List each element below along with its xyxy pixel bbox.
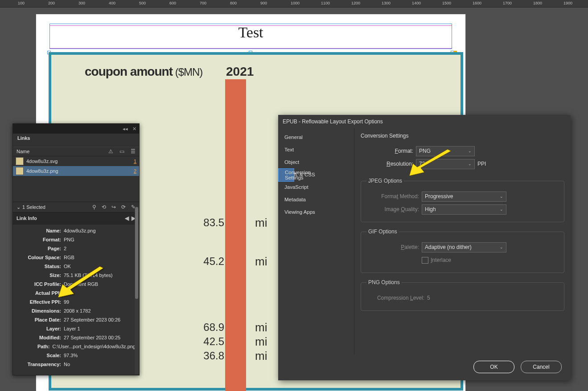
link-page-number[interactable]: 2 xyxy=(134,168,136,174)
relink-icon[interactable]: ⟲ xyxy=(102,204,106,210)
info-key: Colour Space: xyxy=(13,255,64,260)
ruler-mark: 1900 xyxy=(563,1,572,5)
link-name: 4dow8u3z.png xyxy=(26,168,58,174)
chart-label: mi xyxy=(255,321,267,334)
info-value: 2 xyxy=(64,246,66,251)
link-name: 4dow8u3z.svg xyxy=(26,159,58,164)
info-value: 4dow8u3z.png xyxy=(64,228,96,233)
ruler-mark: 1100 xyxy=(321,1,330,5)
format-label: FFormat:ormat: xyxy=(361,148,416,154)
link-page-number[interactable]: 1 xyxy=(134,159,136,164)
info-key: Path: xyxy=(13,344,52,349)
ruler-mark: 100 xyxy=(18,1,25,5)
info-value: 27 September 2023 00:26 xyxy=(64,317,120,322)
sidebar-item-conversion-settings[interactable]: Conversion Settings xyxy=(278,168,294,182)
collapse-icon[interactable]: ◂◂ xyxy=(123,126,128,132)
chevron-down-icon: ⌄ xyxy=(500,245,503,249)
resolution-label: Resolution: xyxy=(361,161,416,167)
sidebar-item-viewing-apps[interactable]: Viewing Apps xyxy=(278,206,354,218)
ruler-mark: 300 xyxy=(78,1,85,5)
dialog-title[interactable]: EPUB - Reflowable Layout Export Options xyxy=(278,115,571,128)
info-key: Dimensions: xyxy=(13,308,64,314)
png-legend: PNG Options xyxy=(366,279,402,285)
chart-year: 2021 xyxy=(226,65,254,79)
svg-marker-0 xyxy=(58,266,103,297)
svg-marker-1 xyxy=(409,149,451,176)
ruler-mark: 900 xyxy=(260,1,267,5)
jpeg-options-group: JPEG Options Format Method: Progressive⌄… xyxy=(361,178,564,222)
content-heading: Conversion Settings xyxy=(361,133,564,139)
sidebar-item-text[interactable]: Text xyxy=(278,143,354,156)
info-key: Format: xyxy=(13,237,64,242)
goto-link-icon[interactable]: ↪ xyxy=(111,204,116,210)
panel-titlebar[interactable]: ◂◂ ✕ xyxy=(13,124,139,134)
info-key: Actual PPI: xyxy=(13,290,64,296)
ruler-mark: 1000 xyxy=(291,1,300,5)
ruler-mark: 1600 xyxy=(473,1,481,5)
expand-icon[interactable]: ⌄ xyxy=(16,204,21,210)
info-value: PNG xyxy=(64,237,74,242)
link-thumbnail xyxy=(16,157,24,165)
scrollbar-thumb[interactable] xyxy=(135,207,138,299)
compression-level-value: 5 xyxy=(427,295,430,301)
sidebar-item-metadata[interactable]: Metadata xyxy=(278,193,354,206)
annotation-arrow xyxy=(409,149,454,176)
sidebar-item-object[interactable]: Object xyxy=(278,156,354,168)
info-key: Name: xyxy=(13,228,64,233)
links-toolbar: ⌄1 Selected ⚲ ⟲ ↪ ⟳ ✎ xyxy=(13,202,139,212)
ruler-mark: 400 xyxy=(109,1,115,5)
info-value: 2008 x 1782 xyxy=(64,308,91,314)
ruler-mark: 500 xyxy=(139,1,146,5)
page-column-icon[interactable]: ▭ xyxy=(119,148,124,155)
warning-column-icon[interactable]: ⚠ xyxy=(108,148,113,155)
chart-title: coupon amount ($MN) xyxy=(85,65,202,79)
link-row[interactable]: 4dow8u3z.png 2 xyxy=(13,166,139,176)
palette-label: Palette: xyxy=(366,244,422,250)
resolution-unit: PPI xyxy=(477,161,486,167)
chart-label: mi xyxy=(255,255,267,269)
menu-icon[interactable]: ☰ xyxy=(131,148,136,155)
format-method-label: Format Method: xyxy=(366,193,422,200)
info-value: 97.3% xyxy=(64,353,78,358)
link-row[interactable]: 4dow8u3z.svg 1 xyxy=(13,156,139,166)
chevron-down-icon: ⌄ xyxy=(500,207,503,212)
panel-scrollbar[interactable] xyxy=(135,207,139,374)
ruler-mark: 800 xyxy=(230,1,237,5)
ok-button[interactable]: OK xyxy=(473,361,514,373)
ruler-mark: 1200 xyxy=(351,1,360,5)
interlace-checkbox[interactable] xyxy=(422,257,428,264)
image-quality-label: Image Quality: xyxy=(366,206,422,212)
chart-value: 83.5 xyxy=(203,216,224,229)
horizontal-ruler: 100 200 300 400 500 600 700 800 900 1000… xyxy=(0,0,588,8)
palette-value: Adaptive (no dither) xyxy=(425,244,472,250)
info-key: Status: xyxy=(13,264,64,269)
info-value: C:\User...port_indesign\4dow8u3z.png xyxy=(52,344,136,349)
link-info-header[interactable]: Link Info ◀ ▶ xyxy=(13,212,139,224)
cancel-button[interactable]: Cancel xyxy=(521,361,562,373)
format-method-select[interactable]: Progressive⌄ xyxy=(422,191,506,202)
column-name: Name xyxy=(16,149,29,154)
compression-level-label: Compression Level: xyxy=(366,295,427,301)
gif-legend: GIF Options xyxy=(366,228,399,235)
links-panel[interactable]: ◂◂ ✕ Links Name ⚠ ▭ ☰ 4dow8u3z.svg 1 4do… xyxy=(12,123,140,375)
ruler-mark: 1400 xyxy=(412,1,421,5)
panel-tab-links[interactable]: Links xyxy=(13,134,139,147)
chart-label: mi xyxy=(255,335,267,349)
sidebar-item-javascript[interactable]: JavaScript xyxy=(278,181,354,193)
prev-icon[interactable]: ◀ xyxy=(125,215,129,221)
interlace-label: Interlace xyxy=(431,257,451,263)
jpeg-legend: JPEG Options xyxy=(366,178,404,184)
info-key: Effective PPI: xyxy=(13,299,64,305)
sidebar-item-general[interactable]: General xyxy=(278,131,354,143)
chevron-down-icon: ⌄ xyxy=(500,194,503,199)
annotation-arrow xyxy=(58,266,107,297)
relink-cc-icon[interactable]: ⚲ xyxy=(92,204,96,210)
close-icon[interactable]: ✕ xyxy=(132,126,136,132)
chart-title-light: ($MN) xyxy=(173,66,202,78)
image-quality-select[interactable]: High⌄ xyxy=(422,204,506,215)
update-link-icon[interactable]: ⟳ xyxy=(121,204,126,210)
info-value: 27 September 2023 00:25 xyxy=(64,335,120,340)
chart-bar xyxy=(225,79,246,391)
page-title-frame[interactable]: Test xyxy=(49,24,452,49)
palette-select[interactable]: Adaptive (no dither)⌄ xyxy=(422,242,506,253)
